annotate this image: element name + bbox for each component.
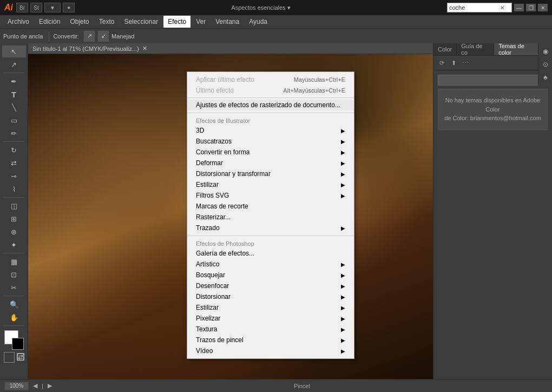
tool-direct-select[interactable]: ↗ (2, 58, 26, 70)
background-color[interactable] (12, 338, 24, 350)
minimize-button[interactable]: — (514, 4, 524, 11)
left-toolbar: ↖ ↗ ✒ T ╲ ▭ ✏ ↻ ⇄ ⊸ ⌇ ◫ ⊞ ⊛ ✦ ▦ ⊡ ✂ 🔍 ✋ (0, 43, 28, 379)
workspace-dropdown[interactable]: ▼ (44, 3, 61, 12)
nav-next[interactable]: ▶ (48, 382, 52, 389)
menu-3d[interactable]: 3D▶ (187, 125, 354, 136)
canvas-tab[interactable]: Sin título-1 al 71% (CMYK/Previsualiz...… (28, 43, 433, 54)
menu-marcas-recorte[interactable]: Marcas de recorte (187, 201, 354, 212)
tool-hand[interactable]: ✋ (2, 311, 26, 323)
tab-temas-color[interactable]: Temas de color (494, 43, 542, 55)
menu-artistico[interactable]: Artístico▶ (187, 259, 354, 270)
swap-colors-icon[interactable]: ⇄ (17, 353, 24, 361)
menu-ayuda[interactable]: Ayuda (245, 16, 272, 28)
canvas-tab-label: Sin título-1 al 71% (CMYK/Previsualiz...… (32, 45, 139, 52)
menu-archivo[interactable]: Archivo (3, 16, 34, 28)
tool-symbol[interactable]: ✦ (2, 239, 26, 251)
color-wheel-icon[interactable]: ◉ (540, 45, 551, 57)
nav-prev[interactable]: ◀ (33, 382, 37, 389)
menu-bosquejar[interactable]: Bosquejar▶ (187, 270, 354, 280)
tool-warp[interactable]: ⌇ (2, 183, 26, 195)
menu-estilizar-illus[interactable]: Estilizar▶ (187, 179, 354, 190)
br-icon[interactable]: Br (16, 3, 28, 12)
illustrator-effects-section: Efectos de Illustrator 3D▶ Buscatrazos▶ … (187, 113, 354, 236)
menu-seleccionar[interactable]: Seleccionar (120, 16, 162, 28)
tool-gradient[interactable]: ◫ (2, 200, 26, 212)
temas-search-input[interactable] (438, 75, 548, 86)
tool-paintbrush[interactable]: ✏ (2, 127, 26, 139)
tool-select[interactable]: ↖ (2, 45, 26, 57)
tool-line[interactable]: ╲ (2, 101, 26, 113)
tool-blend[interactable]: ⊛ (2, 226, 26, 238)
st-icon[interactable]: St (30, 3, 42, 12)
menu-ventana[interactable]: Ventana (211, 16, 244, 28)
tool-reflect[interactable]: ⇄ (2, 157, 26, 169)
convertir-label: Convertir: (53, 33, 79, 40)
menu-trazado[interactable]: Trazado▶ (187, 223, 354, 233)
search-clear-icon[interactable]: ✕ (499, 5, 505, 11)
illustrator-section-header: Efectos de Illustrator (187, 115, 354, 125)
panel-more-icon[interactable]: ⋯ (461, 58, 470, 68)
close-button[interactable]: ✕ (538, 4, 548, 11)
menu-edicion[interactable]: Edición (35, 16, 64, 28)
menu-aplicar-ultimo-efecto[interactable]: Aplicar último efecto Mayúsculas+Ctrl+E (187, 74, 354, 85)
menu-bar: Archivo Edición Objeto Texto Seleccionar… (0, 15, 552, 28)
temas-message: No hay temas disponibles en Adobe Color … (438, 89, 548, 130)
menu-ajustes-rasterizado[interactable]: Ajustes de efectos de rasterizado de doc… (187, 100, 354, 110)
panel-btn-2[interactable]: ⊙ (540, 58, 551, 70)
no-fill-icon[interactable] (4, 352, 15, 363)
menu-distorsionar[interactable]: Distorsionar▶ (187, 291, 354, 302)
sync-icon[interactable]: ✦ (63, 3, 75, 12)
menu-textura[interactable]: Textura▶ (187, 324, 354, 335)
zoom-input[interactable] (4, 382, 29, 390)
tool-pen[interactable]: ✒ (2, 75, 26, 87)
tool-artboard[interactable]: ⊡ (2, 269, 26, 280)
tool-column-chart[interactable]: ▦ (2, 256, 26, 267)
title-bar-right: ✕ — ❐ ✕ (447, 3, 548, 12)
workspace-chevron[interactable]: ▾ (287, 4, 291, 11)
tool-sep-2 (4, 141, 24, 142)
menu-ver[interactable]: Ver (192, 16, 210, 28)
menu-buscatrazos[interactable]: Buscatrazos▶ (187, 136, 354, 147)
menu-video[interactable]: Vídeo▶ (187, 345, 354, 356)
tool-rect[interactable]: ▭ (2, 114, 26, 126)
menu-trazos-pincel[interactable]: Trazos de pincel▶ (187, 335, 354, 345)
effect-menu[interactable]: Aplicar último efecto Mayúsculas+Ctrl+E … (187, 71, 354, 359)
menu-deformar[interactable]: Deformar▶ (187, 158, 354, 168)
menu-distorsionar-transformar[interactable]: Distorsionar y transformar▶ (187, 168, 354, 179)
tool-slice[interactable]: ✂ (2, 282, 26, 293)
tab-guia-color[interactable]: Guía de co (457, 43, 494, 55)
menu-convertir-en-forma[interactable]: Convertir en forma▶ (187, 147, 354, 158)
title-icons: Br St ▼ ✦ (16, 3, 75, 12)
menu-texto[interactable]: Texto (95, 16, 119, 28)
right-float-panel: ◉ ⊙ ♣ (538, 43, 552, 86)
tool-zoom[interactable]: 🔍 (2, 298, 26, 310)
menu-rasterizar[interactable]: Rasterizar... (187, 212, 354, 223)
search-box[interactable]: ✕ (447, 3, 512, 12)
menu-efecto[interactable]: Efecto (163, 16, 190, 28)
menu-galeria-efectos[interactable]: Galería de efectos... (187, 248, 354, 259)
zoom-control (4, 382, 29, 390)
right-panel: Color Guía de co Temas de color ☰ ⟳ ⬆ ⋯ … (433, 43, 552, 379)
menu-pixelizar[interactable]: Pixelizar▶ (187, 313, 354, 324)
toolbar: Punto de ancla Convertir: ↗ ↙ Manejad (0, 28, 552, 43)
panel-refresh-icon[interactable]: ⟳ (437, 58, 446, 68)
restore-button[interactable]: ❐ (526, 4, 536, 11)
menu-filtros-svg[interactable]: Filtros SVG▶ (187, 190, 354, 201)
canvas-area: Sin título-1 al 71% (CMYK/Previsualiz...… (28, 43, 433, 379)
nav-page-indicator: | (42, 383, 43, 389)
tool-mesh[interactable]: ⊞ (2, 213, 26, 225)
panel-btn-3[interactable]: ♣ (540, 71, 551, 83)
canvas-tab-close[interactable]: ✕ (142, 45, 147, 52)
tool-type[interactable]: T (2, 88, 26, 100)
convertir-btn-1[interactable]: ↗ (83, 30, 95, 42)
menu-ultimo-efecto[interactable]: Último efecto Alt+Mayúsculas+Ctrl+E (187, 85, 354, 96)
menu-objeto[interactable]: Objeto (65, 16, 93, 28)
convertir-btn-2[interactable]: ↙ (97, 30, 109, 42)
menu-estilizar-photo[interactable]: Estilizar▶ (187, 302, 354, 313)
tool-width[interactable]: ⊸ (2, 170, 26, 182)
search-input[interactable] (448, 4, 499, 11)
panel-share-icon[interactable]: ⬆ (449, 58, 458, 68)
tool-rotate[interactable]: ↻ (2, 144, 26, 156)
tab-color[interactable]: Color (433, 43, 457, 55)
menu-desenfocar[interactable]: Desenfocar▶ (187, 280, 354, 291)
